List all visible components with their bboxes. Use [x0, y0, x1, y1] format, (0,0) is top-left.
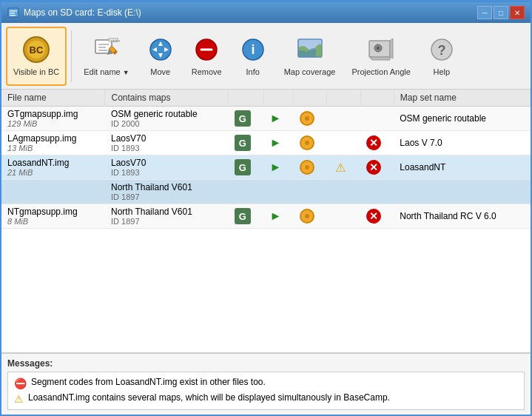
move-label: Move [150, 67, 170, 77]
map-id-text: ID 1897 [111, 192, 223, 201]
cell-arrow-icon: ► [264, 155, 294, 180]
table-row[interactable]: LAgmapsupp.img 13 MiB LaosV70 ID 1893 G … [1, 131, 531, 155]
separator-1 [71, 30, 72, 82]
close-button[interactable]: ✕ [510, 6, 525, 19]
cell-g-icon: G [229, 155, 264, 180]
toolbar: BC Visible in BC naam [1, 23, 531, 90]
map-name-text: LaosV70 [111, 133, 223, 144]
cell-mapname: LaosV70 ID 1893 [105, 131, 229, 155]
map-name-text: LaosV70 [111, 158, 223, 168]
cell-arrow-icon: ► [264, 107, 294, 131]
map-name-text: North Thailand V601 [111, 182, 223, 192]
mapset-name-text: Laos V 7.0 [400, 138, 442, 148]
table-row[interactable]: NTgmapsupp.img 8 MiB North Thailand V601… [1, 204, 531, 229]
map-name-text: OSM generic routable [111, 109, 223, 119]
cell-g-icon: G [229, 204, 264, 229]
remove-button[interactable]: Remove [184, 27, 229, 86]
cell-icon-empty5 [360, 180, 394, 204]
circle-icon [300, 111, 314, 126]
cell-x-icon: ✕ [360, 131, 394, 155]
remove-icon [192, 35, 221, 64]
map-id-text: ID 1897 [111, 217, 223, 226]
arrow-icon: ► [270, 136, 282, 149]
title-controls: ─ □ ✕ [477, 6, 525, 19]
g-icon: G [235, 208, 251, 224]
maps-table: File name Contains maps Map set name [1, 90, 531, 229]
visible-bc-button[interactable]: BC Visible in BC [6, 27, 67, 86]
error-message-text: Segment codes from LoasandNT.img exist i… [31, 377, 266, 387]
cell-warning-icon [327, 131, 360, 155]
content-area: File name Contains maps Map set name [1, 90, 531, 415]
message-box: ⛔ Segment codes from LoasandNT.img exist… [7, 372, 525, 410]
circle-icon [300, 209, 314, 224]
projection-angle-button[interactable]: Projection Angle [344, 27, 418, 86]
svg-text:naam: naam [111, 38, 121, 42]
col-icon2 [264, 90, 294, 107]
move-button[interactable]: Move [138, 27, 183, 86]
map-id-text: ID 1893 [111, 168, 223, 177]
cell-circle-icon [294, 107, 327, 131]
main-window: Maps on SD card: E-disk (E:\) ─ □ ✕ BC V… [0, 0, 532, 416]
svg-text:i: i [251, 42, 255, 57]
warning-message-text: LoasandNT.img contains several maps, whi… [28, 392, 390, 403]
map-coverage-button[interactable]: Map coverage [277, 27, 343, 86]
cell-mapset: OSM generic routable [394, 107, 530, 131]
cell-mapname: North Thailand V601 ID 1897 [105, 204, 229, 229]
cell-warning-icon: ⚠ [327, 155, 360, 180]
cell-mapset: Laos V 7.0 [394, 131, 530, 155]
title-bar-left: Maps on SD card: E-disk (E:\) [7, 7, 141, 19]
maximize-button[interactable]: □ [494, 6, 508, 19]
cell-circle-icon [294, 155, 327, 180]
cell-icon-empty1 [229, 180, 264, 204]
filename-text: NTgmapsupp.img [7, 207, 99, 217]
warning-message-icon: ⚠ [14, 393, 24, 405]
warning-icon: ⚠ [333, 160, 348, 175]
cell-arrow-icon: ► [264, 204, 294, 229]
col-icon5 [360, 90, 394, 107]
edit-name-button[interactable]: naam Edit name ▼ [76, 27, 137, 86]
edit-name-label: Edit name ▼ [84, 67, 129, 77]
cell-x-icon [360, 107, 394, 131]
window-title: Maps on SD card: E-disk (E:\) [24, 7, 141, 18]
cell-mapname: OSM generic routable ID 2000 [105, 107, 229, 131]
filename-text: LAgmapsupp.img [7, 133, 99, 144]
table-row[interactable]: LoasandNT.img 21 MiB LaosV70 ID 1893 G ►… [1, 155, 531, 180]
minimize-button[interactable]: ─ [477, 6, 492, 19]
svg-text:BC: BC [30, 44, 44, 56]
svg-rect-1 [10, 10, 17, 12]
g-icon: G [235, 110, 251, 127]
mapset-name-text: LoasandNT [400, 162, 445, 172]
cell-mapset: North Thailand RC V 6.0 [394, 204, 530, 229]
filesize-text: 21 MiB [7, 168, 99, 177]
table-row[interactable]: GTgmapsupp.img 129 MiB OSM generic routa… [1, 107, 531, 131]
help-label: Help [434, 67, 451, 77]
x-icon: ✕ [366, 135, 381, 150]
cell-mapset-empty [394, 180, 530, 204]
move-icon [146, 35, 175, 64]
x-icon: ✕ [366, 209, 381, 224]
map-name-text: North Thailand V601 [111, 207, 223, 217]
svg-rect-2 [10, 13, 15, 14]
col-icon3 [294, 90, 327, 107]
mapset-name-text: OSM generic routable [400, 113, 486, 124]
arrow-icon: ► [270, 209, 282, 222]
cell-filename: LoasandNT.img 21 MiB [1, 155, 105, 180]
cell-mapname: LaosV70 ID 1893 [105, 155, 229, 180]
edit-name-icon: naam [92, 35, 121, 64]
arrow-icon: ► [270, 112, 282, 124]
filename-text: LoasandNT.img [7, 158, 99, 168]
col-contains-maps: Contains maps [105, 90, 229, 107]
cell-filename: GTgmapsupp.img 129 MiB [1, 107, 105, 131]
cell-arrow-icon: ► [264, 131, 294, 155]
cell-filename: NTgmapsupp.img 8 MiB [1, 204, 105, 229]
projection-angle-label: Projection Angle [351, 67, 411, 77]
help-button[interactable]: ? Help [420, 27, 464, 86]
filename-text: GTgmapsupp.img [7, 109, 99, 119]
circle-icon [300, 135, 314, 150]
info-button[interactable]: i Info [231, 27, 275, 86]
x-icon: ✕ [366, 160, 381, 175]
table-row-sub[interactable]: North Thailand V601 ID 1897 [1, 180, 531, 204]
svg-text:?: ? [437, 43, 445, 58]
messages-label: Messages: [7, 358, 525, 369]
cell-filename-empty [1, 180, 105, 204]
